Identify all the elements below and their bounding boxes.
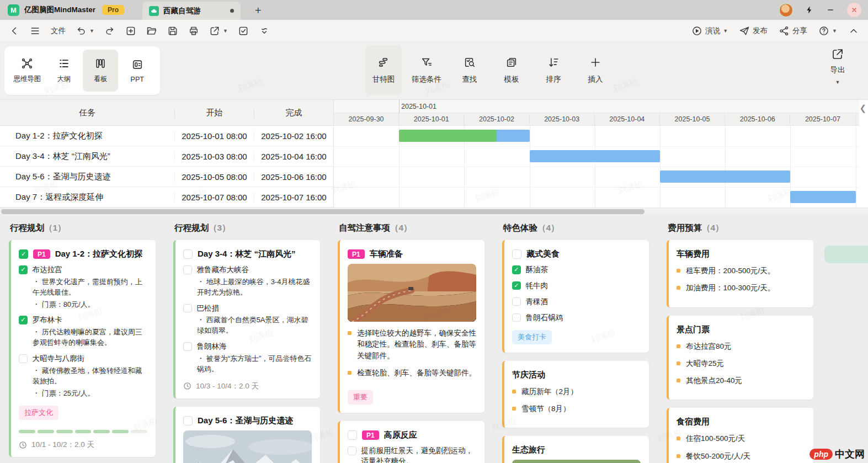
- card-title-row: 食宿费用: [677, 417, 805, 427]
- kanban-card[interactable]: 生态旅行: [502, 436, 649, 463]
- paper-plane-button[interactable]: 发布: [739, 25, 768, 36]
- checkbox-unchecked[interactable]: [183, 265, 192, 274]
- card-title: Day 1-2：拉萨文化初探: [55, 249, 142, 259]
- checkbox-checked[interactable]: ✓: [512, 281, 521, 290]
- bullet-item: 加油费用：100-300元/天。: [677, 283, 805, 294]
- kanban-card[interactable]: 食宿费用住宿100-500元/天餐饮50-200元/人/天: [667, 408, 813, 463]
- play-circle-button[interactable]: 演说▼: [691, 25, 728, 36]
- checkbox-unchecked[interactable]: [512, 313, 521, 322]
- kanban-card[interactable]: ✓P1Day 1-2：拉萨文化初探✓布达拉宫世界文化遗产，需提前预约，上午光线最…: [9, 240, 156, 457]
- bullet-square-icon: [348, 331, 352, 335]
- share-nodes-button[interactable]: 分享: [779, 25, 807, 36]
- gantt-bar[interactable]: [399, 130, 529, 142]
- gantt-bar[interactable]: [790, 191, 855, 203]
- app-logo-icon: M: [8, 4, 19, 16]
- tool-ppt[interactable]: PPT: [120, 50, 155, 92]
- gantt-column-header: 完成: [254, 108, 333, 118]
- task-end-cell[interactable]: 2025-10-04 16:00: [254, 152, 333, 161]
- chevron-up-button[interactable]: [848, 25, 859, 36]
- card-title-checkbox[interactable]: [183, 416, 193, 425]
- user-avatar[interactable]: [779, 3, 793, 17]
- task-end-cell[interactable]: 2025-10-06 16:00: [254, 172, 333, 182]
- tool-find[interactable]: 查找: [451, 45, 488, 95]
- tool-mindmap[interactable]: 思维导图: [9, 50, 45, 92]
- gantt-task-row[interactable]: Day 7：返程或深度延伸2025-10-07 08:002025-10-07 …: [0, 187, 333, 207]
- task-start-cell[interactable]: 2025-10-01 08:00: [175, 131, 254, 141]
- tool-gantt[interactable]: 甘特图: [365, 45, 402, 95]
- checkbox-unchecked[interactable]: [19, 354, 28, 363]
- flash-icon[interactable]: [805, 6, 814, 14]
- menu-button[interactable]: [30, 25, 41, 36]
- print-button[interactable]: [188, 25, 199, 36]
- kanban-card[interactable]: P1高原反应提前服用红景天，避免剧烈运动，适量补充糖分。: [338, 421, 484, 463]
- kanban-card[interactable]: Day 5-6：圣湖与历史遗迹: [173, 407, 320, 463]
- card-title: 车辆准备: [370, 249, 403, 259]
- tool-filter[interactable]: 筛选条件: [407, 45, 446, 95]
- scrollbar-thumb[interactable]: [1, 209, 645, 214]
- task-start-cell[interactable]: 2025-10-05 08:00: [175, 172, 254, 182]
- export-button[interactable]: 导出 ▼: [818, 47, 857, 85]
- document-tab[interactable]: 西藏自驾游: [142, 2, 241, 20]
- save-button[interactable]: [167, 25, 178, 36]
- kanban-card[interactable]: 车辆费用租车费用：200-500元/天。加油费用：100-300元/天。: [667, 240, 813, 307]
- checkbox-unchecked[interactable]: [183, 342, 192, 351]
- card-title-checkbox[interactable]: [183, 249, 193, 259]
- minimize-button[interactable]: [826, 6, 835, 14]
- close-button[interactable]: [847, 3, 861, 17]
- task-start-cell[interactable]: 2025-10-07 08:00: [175, 193, 254, 202]
- export-icon: [831, 47, 844, 61]
- gantt-task-row[interactable]: Day 3-4：林芝 “江南风光”2025-10-03 08:002025-10…: [0, 146, 333, 167]
- kanban-card[interactable]: 景点门票布达拉宫80元大昭寺25元其他景点20-40元: [667, 316, 813, 400]
- task-name-cell[interactable]: Day 1-2：拉萨文化初探: [0, 131, 175, 141]
- card-title-checkbox[interactable]: [348, 430, 357, 440]
- checkbox-unchecked[interactable]: [183, 304, 192, 313]
- outline-icon: [58, 57, 70, 70]
- task-end-cell[interactable]: 2025-10-02 16:00: [254, 131, 333, 141]
- gantt-task-row[interactable]: Day 1-2：拉萨文化初探2025-10-01 08:002025-10-02…: [0, 126, 333, 146]
- caret-down-icon: ▼: [832, 28, 837, 34]
- ribbon: 思维导图大纲看板PPT 甘特图筛选条件查找模板排序插入 导出 ▼: [0, 42, 868, 99]
- tool-outline[interactable]: 大纲: [46, 50, 82, 92]
- checkbox-checked[interactable]: ✓: [19, 265, 28, 274]
- add-square-button[interactable]: [125, 25, 136, 36]
- toolbar-label: 发布: [753, 26, 768, 36]
- tool-plus[interactable]: 插入: [577, 45, 614, 95]
- gantt-task-row[interactable]: Day 5-6：圣湖与历史遗迹2025-10-05 08:002025-10-0…: [0, 167, 333, 187]
- checkbox-checked[interactable]: ✓: [19, 316, 28, 324]
- caret-down-icon: ▼: [223, 28, 228, 34]
- timeline-days-row: 2025-09-302025-10-012025-10-022025-10-03…: [334, 113, 859, 126]
- tool-kanban[interactable]: 看板: [83, 50, 118, 92]
- back-button[interactable]: [9, 25, 20, 36]
- task-check-button[interactable]: [238, 25, 249, 36]
- collapse-panel-icon[interactable]: ❮: [859, 103, 866, 113]
- help-circle-button[interactable]: ▼: [818, 25, 837, 36]
- card-time-label: 10/3 - 10/4：2.0 天: [196, 381, 259, 391]
- task-end-cell[interactable]: 2025-10-07 16:00: [254, 193, 333, 202]
- task-start-cell[interactable]: 2025-10-03 08:00: [175, 152, 254, 161]
- tool-template[interactable]: 模板: [493, 45, 530, 95]
- kanban-card[interactable]: 节庆活动藏历新年（2月）雪顿节（8月）: [502, 361, 649, 428]
- add-column-hint[interactable]: [824, 246, 868, 263]
- card-title-checkbox[interactable]: [512, 249, 521, 259]
- checkbox-checked[interactable]: ✓: [512, 265, 521, 274]
- checkbox-unchecked[interactable]: [512, 297, 521, 306]
- gantt-bar[interactable]: [530, 150, 660, 162]
- kanban-card[interactable]: 藏式美食✓酥油茶✓牦牛肉青稞酒鲁朗石锅鸡美食打卡: [502, 240, 649, 353]
- tool-sort[interactable]: 排序: [535, 45, 572, 95]
- kanban-card[interactable]: Day 3-4：林芝 “江南风光”雅鲁藏布大峡谷地球上最深的峡谷，3-4月桃花盛…: [173, 240, 320, 398]
- undo-button[interactable]: ▼: [76, 25, 94, 36]
- task-name-cell[interactable]: Day 5-6：圣湖与历史遗迹: [0, 172, 175, 182]
- new-tab-button[interactable]: ＋: [253, 3, 263, 17]
- collapse-chevron-button[interactable]: [259, 25, 270, 36]
- gantt-bar[interactable]: [660, 171, 790, 183]
- redo-button[interactable]: [104, 25, 115, 36]
- bullet-label: 检查轮胎、刹车、备胎等关键部件。: [357, 368, 476, 379]
- file-button[interactable]: 文件: [51, 26, 66, 36]
- card-title-checkbox[interactable]: ✓: [19, 249, 28, 259]
- share-export-button[interactable]: ▼: [209, 25, 228, 36]
- task-name-cell[interactable]: Day 7：返程或深度延伸: [0, 192, 175, 203]
- open-folder-button[interactable]: [146, 25, 157, 36]
- kanban-card[interactable]: P1车辆准备选择吨位较大的越野车，确保安全性和稳定性。检查轮胎、刹车、备胎等关键…: [338, 240, 484, 413]
- checkbox-unchecked[interactable]: [348, 446, 356, 455]
- task-name-cell[interactable]: Day 3-4：林芝 “江南风光”: [0, 151, 175, 162]
